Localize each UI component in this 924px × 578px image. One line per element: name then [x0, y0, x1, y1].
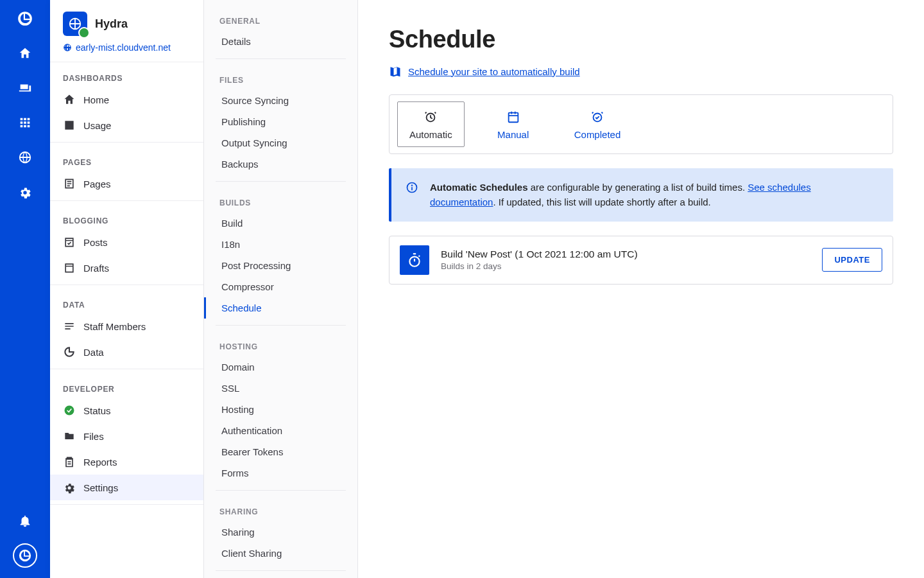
page-icon [63, 177, 76, 190]
divider [50, 142, 203, 143]
site-logo-icon [63, 12, 87, 36]
hint-row: Schedule your site to automatically buil… [389, 65, 893, 78]
sidebar-item-status[interactable]: Status [50, 398, 203, 423]
site-url-link[interactable]: early-mist.cloudvent.net [76, 42, 171, 53]
sidebar-item-label: Usage [83, 120, 111, 131]
alarm-check-icon [590, 110, 604, 124]
sidebar-item-data[interactable]: Data [50, 339, 203, 365]
update-button[interactable]: Update [822, 248, 882, 272]
info-banner: Automatic Schedules are configurable by … [389, 168, 893, 222]
info-strong: Automatic Schedules [430, 182, 528, 193]
svg-point-8 [409, 256, 419, 266]
sidebar-item-label: Data [83, 347, 104, 358]
apps-icon[interactable] [17, 114, 33, 131]
svg-point-1 [65, 406, 74, 416]
sidebar-item-label: Pages [83, 179, 111, 189]
home-icon[interactable] [17, 45, 33, 62]
info-text: Automatic Schedules are configurable by … [430, 180, 879, 210]
subnav-item-schedule[interactable]: Schedule [204, 297, 357, 319]
divider [50, 504, 203, 505]
info-text-2: . If updated, this list will update shor… [493, 197, 710, 207]
tab-label: Manual [497, 129, 529, 140]
site-name: Hydra [95, 17, 128, 31]
hint-link[interactable]: Schedule your site to automatically buil… [408, 66, 580, 77]
sidebar-item-label: Settings [83, 482, 118, 493]
info-text-1: are configurable by generating a list of… [528, 182, 748, 193]
subnav-item-ssl[interactable]: SSL [204, 378, 357, 399]
avatar-icon[interactable] [13, 543, 37, 568]
alarm-icon [424, 110, 438, 124]
schedule-subtitle: Builds in 2 days [441, 261, 810, 271]
site-url-row[interactable]: early-mist.cloudvent.net [63, 42, 191, 53]
tab-manual[interactable]: Manual [481, 101, 545, 147]
sidebar-item-label: Status [83, 405, 111, 416]
subnav-item-source-syncing[interactable]: Source Syncing [204, 90, 357, 111]
tab-automatic[interactable]: Automatic [397, 101, 465, 147]
sidebar: Hydra early-mist.cloudvent.net DASHBOARD… [50, 0, 204, 578]
subnav-item-forms[interactable]: Forms [204, 462, 357, 484]
divider [50, 285, 203, 285]
svg-rect-3 [508, 113, 518, 123]
check-circle-icon [63, 404, 76, 417]
sidebar-item-drafts[interactable]: Drafts [50, 255, 203, 281]
map-icon [389, 65, 402, 78]
subnav-item-details[interactable]: Details [204, 31, 357, 52]
subnav-item-domain[interactable]: Domain [204, 356, 357, 378]
divider [50, 200, 203, 201]
brand-logo-icon[interactable] [17, 10, 33, 27]
subnav-item-build[interactable]: Build [204, 213, 357, 234]
sidebar-item-usage[interactable]: Usage [50, 112, 203, 138]
main-content: Schedule Schedule your site to automatic… [358, 0, 924, 578]
stopwatch-icon [400, 245, 429, 275]
tabs-card: AutomaticManualCompleted [389, 94, 893, 154]
globe-small-icon [63, 43, 72, 52]
sidebar-item-posts[interactable]: Posts [50, 229, 203, 255]
tab-label: Completed [574, 129, 621, 140]
settings-subnav: GENERALDetailsFILESSource SyncingPublish… [204, 0, 358, 578]
clipboard-icon [63, 455, 76, 468]
gear-icon[interactable] [17, 184, 33, 200]
list-icon [63, 320, 76, 333]
gear-icon [63, 481, 76, 494]
tab-completed[interactable]: Completed [562, 101, 633, 147]
rail [0, 0, 50, 578]
devices-icon[interactable] [17, 80, 33, 96]
rail-top [17, 10, 33, 200]
sidebar-item-reports[interactable]: Reports [50, 449, 203, 475]
subnav-item-output-syncing[interactable]: Output Syncing [204, 132, 357, 153]
sidebar-group-title: PAGES [50, 146, 203, 171]
rail-bottom [13, 512, 37, 568]
subnav-item-client-sharing[interactable]: Client Sharing [204, 543, 357, 564]
subnav-group-title: BUILDS [204, 182, 357, 213]
schedule-text: Build 'New Post' (1 Oct 2021 12:00 am UT… [441, 249, 810, 271]
site-title-row: Hydra [63, 12, 191, 36]
subnav-item-post-processing[interactable]: Post Processing [204, 255, 357, 276]
schedule-title: Build 'New Post' (1 Oct 2021 12:00 am UT… [441, 249, 810, 260]
sidebar-item-staff-members[interactable]: Staff Members [50, 313, 203, 339]
sidebar-item-label: Home [83, 94, 109, 105]
calendar-icon [506, 110, 520, 124]
subnav-item-i18n[interactable]: I18n [204, 234, 357, 255]
sidebar-item-label: Staff Members [83, 321, 146, 332]
subnav-item-hosting[interactable]: Hosting [204, 399, 357, 420]
subnav-group-title: HOSTING [204, 326, 357, 356]
subnav-item-compressor[interactable]: Compressor [204, 276, 357, 297]
calendar-check-icon [63, 236, 76, 249]
bell-icon[interactable] [17, 512, 33, 529]
schedule-card: Build 'New Post' (1 Oct 2021 12:00 am UT… [389, 236, 893, 285]
sidebar-item-pages[interactable]: Pages [50, 171, 203, 197]
sidebar-item-settings[interactable]: Settings [50, 475, 203, 500]
subnav-item-sharing[interactable]: Sharing [204, 521, 357, 543]
sidebar-item-home[interactable]: Home [50, 87, 203, 112]
subnav-item-bearer-tokens[interactable]: Bearer Tokens [204, 441, 357, 462]
subnav-item-backups[interactable]: Backups [204, 153, 357, 175]
subnav-group-title: GENERAL [204, 0, 357, 31]
globe-icon[interactable] [17, 149, 33, 166]
sidebar-group-title: DATA [50, 289, 203, 313]
sidebar-item-label: Drafts [83, 263, 109, 274]
subnav-item-publishing[interactable]: Publishing [204, 111, 357, 132]
page-title: Schedule [389, 26, 893, 53]
sidebar-item-files[interactable]: Files [50, 423, 203, 449]
subnav-item-authentication[interactable]: Authentication [204, 420, 357, 441]
sidebar-group-title: DEVELOPER [50, 373, 203, 398]
